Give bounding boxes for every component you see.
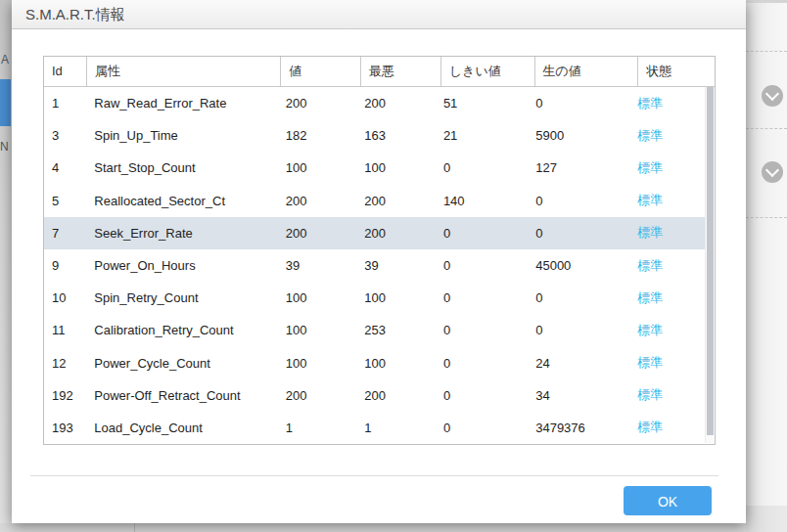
cell-attr: Seek_Error_Rate: [86, 226, 277, 241]
cell-attr: Power_Cycle_Count: [86, 356, 277, 371]
table-row[interactable]: 11Calibration_Retry_Count10025300標準: [44, 314, 705, 346]
cell-attr: Power-Off_Retract_Count: [86, 388, 277, 403]
cell-value: 200: [278, 194, 357, 208]
cell-worst: 1: [356, 421, 436, 435]
cell-status: 標準: [629, 95, 705, 112]
cell-attr: Start_Stop_Count: [86, 160, 277, 175]
sidebar-text-fragment: N: [0, 141, 9, 153]
column-header: しきい値: [441, 57, 535, 86]
cell-raw: 127: [528, 160, 629, 175]
table-row[interactable]: 7Seek_Error_Rate20020000標準: [44, 217, 705, 249]
column-header: 属性: [87, 57, 281, 86]
cell-value: 200: [278, 388, 357, 403]
table-row[interactable]: 192Power-Off_Retract_Count200200034標準: [44, 379, 705, 412]
table-scrollbar-thumb[interactable]: [707, 87, 714, 435]
cell-id: 193: [44, 421, 86, 435]
panel-dashed-divider: [746, 51, 787, 52]
sidebar-text-fragment: A: [1, 54, 9, 66]
cell-value: 100: [278, 290, 357, 305]
cell-attr: Reallocated_Sector_Ct: [86, 194, 277, 208]
cell-worst: 163: [356, 128, 436, 143]
cell-value: 100: [278, 356, 357, 371]
cell-id: 10: [44, 290, 86, 305]
cell-value: 1: [278, 421, 357, 435]
cell-id: 11: [44, 323, 86, 337]
cell-attr: Spin_Up_Time: [86, 128, 277, 143]
table-row[interactable]: 10Spin_Retry_Count10010000標準: [44, 282, 705, 314]
table-row[interactable]: 1Raw_Read_Error_Rate200200510標準: [44, 87, 705, 119]
cell-threshold: 140: [436, 194, 528, 208]
cell-raw: 45000: [528, 258, 629, 273]
table-row[interactable]: 193Load_Cycle_Count1103479376標準: [44, 412, 705, 444]
cell-worst: 253: [356, 323, 436, 337]
cell-status: 標準: [629, 289, 705, 307]
cell-threshold: 0: [436, 323, 528, 337]
cell-raw: 0: [528, 290, 629, 305]
cell-value: 100: [278, 323, 357, 337]
panel-dashed-divider: [746, 128, 787, 129]
cell-id: 12: [44, 356, 86, 371]
cell-threshold: 0: [436, 388, 528, 403]
background-sidebar-sliver: A N: [0, 0, 12, 532]
cell-status: 標準: [629, 192, 705, 209]
panel-top-edge: [746, 0, 787, 3]
cell-raw: 0: [528, 194, 629, 208]
background-panel-strip: [746, 0, 787, 532]
table-row[interactable]: 3Spin_Up_Time182163215900標準: [44, 119, 705, 152]
table-header-row: Id属性値最悪しきい値生の値状態: [44, 57, 715, 87]
table-row[interactable]: 9Power_On_Hours3939045000標準: [44, 249, 705, 282]
cell-status: 標準: [629, 386, 705, 404]
cell-attr: Spin_Retry_Count: [86, 290, 277, 305]
chevron-down-icon[interactable]: [762, 161, 783, 183]
cell-id: 9: [44, 258, 86, 273]
cell-value: 39: [278, 258, 357, 273]
cell-worst: 200: [356, 388, 436, 403]
cell-raw: 24: [528, 356, 629, 371]
cell-threshold: 0: [436, 356, 528, 371]
cell-id: 7: [44, 226, 86, 241]
cell-threshold: 0: [436, 160, 528, 175]
cell-raw: 3479376: [528, 421, 629, 435]
background-bottom-strip: [0, 523, 746, 532]
cell-id: 5: [44, 194, 86, 208]
column-header: 最悪: [361, 57, 441, 86]
table-scrollbar-track[interactable]: [705, 87, 714, 443]
cell-status: 標準: [629, 127, 705, 145]
cell-threshold: 0: [436, 421, 528, 435]
cell-worst: 100: [356, 160, 436, 175]
smart-attributes-table: Id属性値最悪しきい値生の値状態 1Raw_Read_Error_Rate200…: [43, 56, 716, 445]
cell-worst: 100: [356, 290, 436, 305]
cell-worst: 39: [356, 258, 436, 273]
panel-dashed-divider: [746, 217, 787, 218]
background-divider: [134, 523, 135, 532]
table-body: 1Raw_Read_Error_Rate200200510標準3Spin_Up_…: [44, 87, 705, 444]
ok-button[interactable]: OK: [624, 486, 712, 515]
dialog-header: S.M.A.R.T.情報: [12, 0, 746, 29]
table-row[interactable]: 12Power_Cycle_Count100100024標準: [44, 347, 705, 379]
cell-raw: 34: [528, 388, 629, 403]
cell-threshold: 0: [436, 258, 528, 273]
column-header: 生の値: [535, 57, 639, 86]
cell-id: 1: [44, 96, 86, 111]
table-row[interactable]: 5Reallocated_Sector_Ct2002001400標準: [44, 185, 705, 217]
cell-raw: 0: [528, 226, 629, 241]
dialog-title: S.M.A.R.T.情報: [12, 0, 746, 28]
cell-id: 4: [44, 160, 86, 175]
cell-value: 100: [278, 160, 357, 175]
cell-status: 標準: [629, 419, 705, 436]
chevron-down-icon[interactable]: [762, 85, 783, 107]
cell-id: 192: [44, 388, 86, 403]
cell-value: 200: [278, 96, 357, 111]
column-header: 状態: [638, 57, 715, 86]
cell-worst: 200: [356, 194, 436, 208]
cell-attr: Raw_Read_Error_Rate: [86, 96, 277, 111]
cell-value: 182: [278, 128, 357, 143]
cell-threshold: 0: [436, 226, 528, 241]
cell-status: 標準: [629, 257, 705, 275]
cell-attr: Calibration_Retry_Count: [86, 323, 277, 337]
cell-worst: 200: [356, 226, 436, 241]
column-header: Id: [44, 57, 87, 86]
table-row[interactable]: 4Start_Stop_Count1001000127標準: [44, 152, 705, 184]
smart-info-dialog: S.M.A.R.T.情報 Id属性値最悪しきい値生の値状態 1Raw_Read_…: [12, 0, 746, 523]
cell-status: 標準: [629, 224, 705, 242]
